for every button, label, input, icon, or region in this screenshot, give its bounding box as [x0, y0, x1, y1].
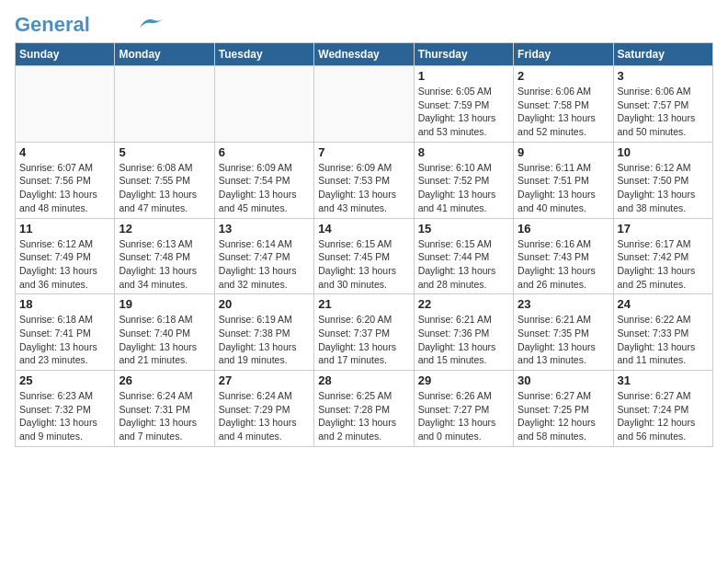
logo-text: General [15, 15, 90, 35]
day-info: Sunrise: 6:09 AMSunset: 7:53 PMDaylight:… [318, 161, 409, 215]
calendar-week-1: 1Sunrise: 6:05 AMSunset: 7:59 PMDaylight… [16, 66, 713, 143]
day-number: 19 [119, 297, 210, 311]
calendar-cell: 31Sunrise: 6:27 AMSunset: 7:24 PMDayligh… [613, 371, 712, 447]
day-number: 13 [219, 222, 310, 236]
calendar-cell [314, 66, 414, 143]
day-number: 4 [19, 145, 110, 159]
day-info: Sunrise: 6:07 AMSunset: 7:56 PMDaylight:… [19, 161, 110, 215]
page-header: General [15, 15, 713, 31]
day-number: 31 [618, 373, 709, 387]
logo: General [15, 15, 165, 31]
day-info: Sunrise: 6:10 AMSunset: 7:52 PMDaylight:… [418, 161, 509, 215]
calendar-cell: 15Sunrise: 6:15 AMSunset: 7:44 PMDayligh… [414, 218, 513, 294]
calendar-cell: 16Sunrise: 6:16 AMSunset: 7:43 PMDayligh… [514, 218, 613, 294]
day-header-monday: Monday [115, 43, 214, 66]
calendar-header-row: SundayMondayTuesdayWednesdayThursdayFrid… [16, 43, 713, 66]
calendar-cell: 28Sunrise: 6:25 AMSunset: 7:28 PMDayligh… [314, 371, 414, 447]
day-info: Sunrise: 6:24 AMSunset: 7:31 PMDaylight:… [119, 389, 210, 443]
calendar-cell: 22Sunrise: 6:21 AMSunset: 7:36 PMDayligh… [414, 294, 513, 371]
day-info: Sunrise: 6:16 AMSunset: 7:43 PMDaylight:… [518, 237, 609, 292]
day-header-wednesday: Wednesday [314, 43, 414, 66]
calendar-week-2: 4Sunrise: 6:07 AMSunset: 7:56 PMDaylight… [16, 142, 713, 218]
day-info: Sunrise: 6:22 AMSunset: 7:33 PMDaylight:… [618, 313, 709, 367]
day-info: Sunrise: 6:06 AMSunset: 7:57 PMDaylight:… [618, 85, 709, 139]
calendar-cell: 10Sunrise: 6:12 AMSunset: 7:50 PMDayligh… [613, 142, 712, 218]
day-info: Sunrise: 6:24 AMSunset: 7:29 PMDaylight:… [219, 389, 310, 443]
day-header-thursday: Thursday [414, 43, 513, 66]
day-info: Sunrise: 6:14 AMSunset: 7:47 PMDaylight:… [219, 237, 310, 292]
day-number: 14 [318, 222, 409, 236]
day-number: 18 [19, 297, 110, 311]
calendar-cell: 19Sunrise: 6:18 AMSunset: 7:40 PMDayligh… [115, 294, 214, 371]
day-info: Sunrise: 6:15 AMSunset: 7:45 PMDaylight:… [318, 237, 409, 292]
day-info: Sunrise: 6:12 AMSunset: 7:49 PMDaylight:… [19, 237, 110, 292]
day-info: Sunrise: 6:15 AMSunset: 7:44 PMDaylight:… [418, 237, 509, 292]
calendar-cell: 5Sunrise: 6:08 AMSunset: 7:55 PMDaylight… [115, 142, 214, 218]
calendar-cell: 14Sunrise: 6:15 AMSunset: 7:45 PMDayligh… [314, 218, 414, 294]
calendar-cell: 2Sunrise: 6:06 AMSunset: 7:58 PMDaylight… [514, 66, 613, 143]
calendar-cell: 1Sunrise: 6:05 AMSunset: 7:59 PMDaylight… [414, 66, 513, 143]
day-number: 15 [418, 222, 509, 236]
day-number: 9 [518, 145, 609, 159]
day-info: Sunrise: 6:26 AMSunset: 7:27 PMDaylight:… [418, 389, 509, 443]
day-number: 12 [119, 222, 210, 236]
day-number: 2 [518, 69, 609, 83]
calendar-table: SundayMondayTuesdayWednesdayThursdayFrid… [15, 42, 713, 447]
day-info: Sunrise: 6:18 AMSunset: 7:41 PMDaylight:… [19, 313, 110, 367]
calendar-cell: 18Sunrise: 6:18 AMSunset: 7:41 PMDayligh… [16, 294, 115, 371]
day-header-friday: Friday [514, 43, 613, 66]
calendar-cell: 13Sunrise: 6:14 AMSunset: 7:47 PMDayligh… [214, 218, 313, 294]
day-info: Sunrise: 6:17 AMSunset: 7:42 PMDaylight:… [618, 237, 709, 292]
day-info: Sunrise: 6:20 AMSunset: 7:37 PMDaylight:… [318, 313, 409, 367]
day-number: 27 [219, 373, 310, 387]
calendar-cell: 30Sunrise: 6:27 AMSunset: 7:25 PMDayligh… [514, 371, 613, 447]
day-info: Sunrise: 6:19 AMSunset: 7:38 PMDaylight:… [219, 313, 310, 367]
calendar-cell: 17Sunrise: 6:17 AMSunset: 7:42 PMDayligh… [613, 218, 712, 294]
day-number: 3 [618, 69, 709, 83]
calendar-cell: 29Sunrise: 6:26 AMSunset: 7:27 PMDayligh… [414, 371, 513, 447]
calendar-cell: 27Sunrise: 6:24 AMSunset: 7:29 PMDayligh… [214, 371, 313, 447]
calendar-cell: 20Sunrise: 6:19 AMSunset: 7:38 PMDayligh… [214, 294, 313, 371]
calendar-cell: 25Sunrise: 6:23 AMSunset: 7:32 PMDayligh… [16, 371, 115, 447]
day-info: Sunrise: 6:06 AMSunset: 7:58 PMDaylight:… [518, 85, 609, 139]
day-number: 6 [219, 145, 310, 159]
calendar-cell: 12Sunrise: 6:13 AMSunset: 7:48 PMDayligh… [115, 218, 214, 294]
calendar-cell: 4Sunrise: 6:07 AMSunset: 7:56 PMDaylight… [16, 142, 115, 218]
day-number: 11 [19, 222, 110, 236]
calendar-cell: 7Sunrise: 6:09 AMSunset: 7:53 PMDaylight… [314, 142, 414, 218]
calendar-cell: 9Sunrise: 6:11 AMSunset: 7:51 PMDaylight… [514, 142, 613, 218]
calendar-cell: 26Sunrise: 6:24 AMSunset: 7:31 PMDayligh… [115, 371, 214, 447]
calendar-week-4: 18Sunrise: 6:18 AMSunset: 7:41 PMDayligh… [16, 294, 713, 371]
calendar-cell [214, 66, 313, 143]
day-number: 20 [219, 297, 310, 311]
day-info: Sunrise: 6:27 AMSunset: 7:25 PMDaylight:… [518, 389, 609, 443]
day-number: 8 [418, 145, 509, 159]
calendar-cell [115, 66, 214, 143]
day-header-tuesday: Tuesday [214, 43, 313, 66]
calendar-cell: 3Sunrise: 6:06 AMSunset: 7:57 PMDaylight… [613, 66, 712, 143]
day-info: Sunrise: 6:25 AMSunset: 7:28 PMDaylight:… [318, 389, 409, 443]
day-info: Sunrise: 6:12 AMSunset: 7:50 PMDaylight:… [618, 161, 709, 215]
day-number: 7 [318, 145, 409, 159]
calendar-cell: 6Sunrise: 6:09 AMSunset: 7:54 PMDaylight… [214, 142, 313, 218]
day-number: 17 [618, 222, 709, 236]
day-number: 24 [618, 297, 709, 311]
day-number: 10 [618, 145, 709, 159]
day-number: 21 [318, 297, 409, 311]
day-number: 25 [19, 373, 110, 387]
calendar-week-3: 11Sunrise: 6:12 AMSunset: 7:49 PMDayligh… [16, 218, 713, 294]
day-info: Sunrise: 6:18 AMSunset: 7:40 PMDaylight:… [119, 313, 210, 367]
day-info: Sunrise: 6:13 AMSunset: 7:48 PMDaylight:… [119, 237, 210, 292]
day-header-sunday: Sunday [16, 43, 115, 66]
day-number: 28 [318, 373, 409, 387]
day-info: Sunrise: 6:27 AMSunset: 7:24 PMDaylight:… [618, 389, 709, 443]
calendar-cell: 23Sunrise: 6:21 AMSunset: 7:35 PMDayligh… [514, 294, 613, 371]
day-header-saturday: Saturday [613, 43, 712, 66]
calendar-week-5: 25Sunrise: 6:23 AMSunset: 7:32 PMDayligh… [16, 371, 713, 447]
day-number: 1 [418, 69, 509, 83]
calendar-cell: 24Sunrise: 6:22 AMSunset: 7:33 PMDayligh… [613, 294, 712, 371]
calendar-cell [16, 66, 115, 143]
calendar-cell: 21Sunrise: 6:20 AMSunset: 7:37 PMDayligh… [314, 294, 414, 371]
day-info: Sunrise: 6:23 AMSunset: 7:32 PMDaylight:… [19, 389, 110, 443]
calendar-cell: 8Sunrise: 6:10 AMSunset: 7:52 PMDaylight… [414, 142, 513, 218]
